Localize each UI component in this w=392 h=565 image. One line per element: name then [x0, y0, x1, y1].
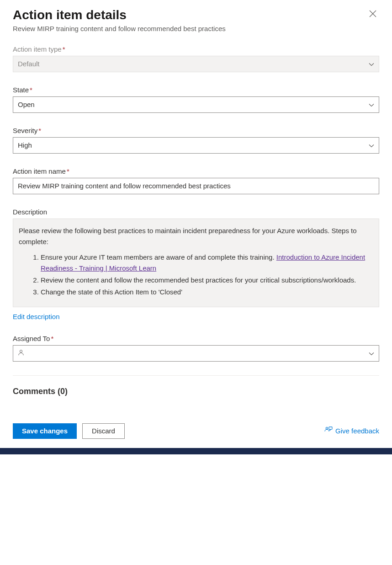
state-select[interactable]: Open: [13, 96, 379, 113]
description-step-3: Change the state of this Action Item to …: [41, 287, 373, 298]
severity-label: Severity*: [13, 127, 379, 134]
description-label: Description: [13, 208, 379, 216]
bottom-band: [0, 448, 392, 454]
state-label: State*: [13, 86, 379, 94]
person-icon: [18, 349, 24, 357]
edit-description-link[interactable]: Edit description: [13, 313, 60, 320]
svg-point-0: [20, 350, 22, 352]
required-indicator: *: [30, 86, 32, 94]
severity-select[interactable]: High: [13, 137, 379, 154]
assigned-label: Assigned To*: [13, 335, 379, 342]
section-divider: [13, 375, 379, 376]
comments-heading: Comments (0): [13, 387, 379, 396]
description-steps: Ensure your Azure IT team members are aw…: [19, 252, 373, 298]
assigned-to-select[interactable]: [13, 345, 379, 362]
type-select: Default: [13, 56, 379, 72]
required-indicator: *: [67, 167, 69, 175]
description-box: Please review the following best practic…: [13, 219, 379, 307]
description-intro: Please review the following best practic…: [19, 225, 373, 247]
severity-value: High: [18, 141, 32, 149]
type-value: Default: [18, 60, 40, 68]
page-subtitle: Review MIRP training content and follow …: [13, 25, 226, 32]
required-indicator: *: [63, 45, 65, 53]
close-icon: [369, 10, 376, 17]
state-value: Open: [18, 101, 35, 108]
description-step-2: Review the content and follow the recomm…: [41, 275, 373, 286]
svg-rect-2: [329, 427, 332, 429]
type-label: Action item type*: [13, 45, 379, 53]
name-input[interactable]: [13, 178, 379, 194]
close-button[interactable]: [366, 7, 379, 20]
svg-point-1: [326, 427, 328, 429]
chevron-down-icon: [369, 349, 374, 357]
description-step-1: Ensure your Azure IT team members are aw…: [41, 252, 373, 274]
give-feedback-link[interactable]: Give feedback: [324, 426, 379, 435]
page-title: Action item details: [13, 7, 226, 23]
footer-bar: Save changes Discard Give feedback: [0, 415, 392, 448]
feedback-icon: [324, 426, 333, 435]
required-indicator: *: [38, 127, 41, 134]
required-indicator: *: [51, 335, 53, 342]
discard-button[interactable]: Discard: [82, 423, 125, 439]
save-button[interactable]: Save changes: [13, 423, 77, 439]
name-label: Action item name*: [13, 167, 379, 175]
chevron-down-icon: [369, 141, 374, 149]
chevron-down-icon: [369, 101, 374, 108]
chevron-down-icon: [369, 60, 374, 68]
